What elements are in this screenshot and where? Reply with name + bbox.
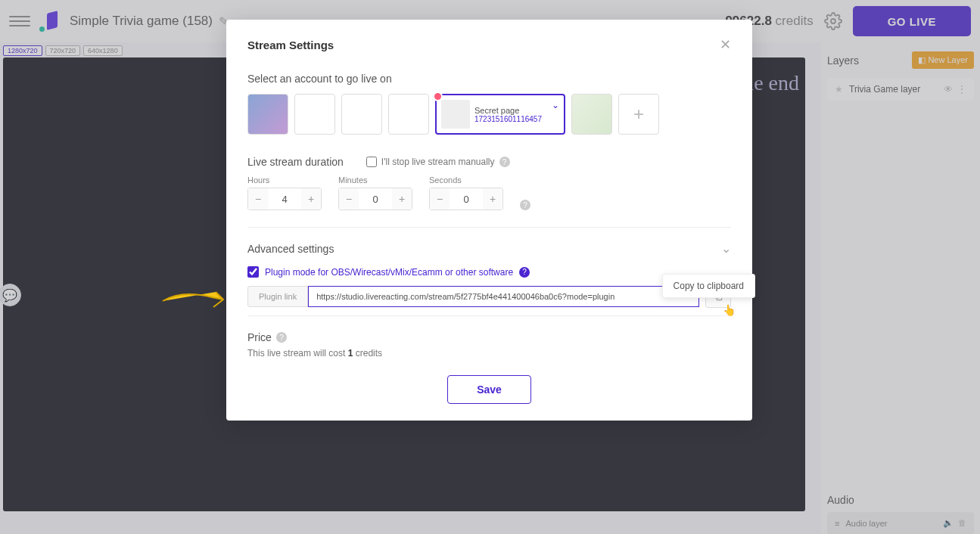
advanced-title: Advanced settings xyxy=(247,243,334,255)
hours-stepper[interactable]: − + xyxy=(247,188,322,210)
price-title: Price xyxy=(247,331,272,343)
account-thumb xyxy=(441,100,470,129)
hours-decrement[interactable]: − xyxy=(248,188,268,210)
duration-title: Live stream duration xyxy=(247,156,344,168)
close-icon[interactable]: ✕ xyxy=(720,36,731,53)
account-option-1[interactable] xyxy=(247,94,288,135)
seconds-increment[interactable]: + xyxy=(483,188,502,210)
account-id: 1723151601116457 xyxy=(474,115,542,123)
advanced-toggle-icon[interactable]: ⌄ xyxy=(721,241,731,256)
account-option-selected[interactable]: Secret page 1723151601116457 ⌄ xyxy=(435,94,565,135)
plugin-mode-checkbox[interactable] xyxy=(247,266,259,278)
account-option-2[interactable] xyxy=(294,94,335,135)
divider xyxy=(247,227,731,228)
minutes-input[interactable] xyxy=(359,194,392,205)
modal-title: Stream Settings xyxy=(247,39,334,51)
plugin-link-input[interactable] xyxy=(308,286,699,307)
account-name: Secret page xyxy=(474,106,542,115)
account-option-4[interactable] xyxy=(388,94,429,135)
hours-increment[interactable]: + xyxy=(301,188,321,210)
save-button[interactable]: Save xyxy=(447,375,531,404)
duration-help-icon[interactable]: ? xyxy=(520,200,530,210)
notification-badge xyxy=(433,92,443,101)
seconds-stepper[interactable]: − + xyxy=(429,188,503,210)
chevron-down-icon[interactable]: ⌄ xyxy=(552,100,559,110)
price-help-icon[interactable]: ? xyxy=(276,332,287,343)
account-option-3[interactable] xyxy=(341,94,382,135)
plugin-mode-label: Plugin mode for OBS/Wirecast/vMix/Ecamm … xyxy=(265,267,513,278)
plugin-link-label: Plugin link xyxy=(247,286,308,307)
seconds-input[interactable] xyxy=(450,194,483,205)
account-option-6[interactable] xyxy=(571,94,612,135)
hours-input[interactable] xyxy=(268,194,301,205)
hours-label: Hours xyxy=(247,175,322,185)
plugin-help-icon[interactable]: ? xyxy=(519,267,530,278)
seconds-label: Seconds xyxy=(429,175,503,185)
add-account-button[interactable]: + xyxy=(618,94,659,135)
minutes-label: Minutes xyxy=(338,175,412,185)
manual-stop-label: I'll stop live stream manually xyxy=(381,157,495,167)
divider xyxy=(247,315,731,316)
help-icon[interactable]: ? xyxy=(499,157,510,167)
select-account-label: Select an account to go live on xyxy=(247,73,731,85)
manual-stop-input[interactable] xyxy=(366,157,377,167)
minutes-increment[interactable]: + xyxy=(392,188,412,210)
stream-settings-modal: Stream Settings ✕ Select an account to g… xyxy=(226,20,752,421)
minutes-decrement[interactable]: − xyxy=(339,188,359,210)
manual-stop-checkbox[interactable]: I'll stop live stream manually ? xyxy=(366,157,510,167)
price-text: This live stream will cost 1 credits xyxy=(247,348,731,359)
seconds-decrement[interactable]: − xyxy=(430,188,450,210)
minutes-stepper[interactable]: − + xyxy=(338,188,412,210)
copy-tooltip: Copy to clipboard xyxy=(662,274,755,298)
